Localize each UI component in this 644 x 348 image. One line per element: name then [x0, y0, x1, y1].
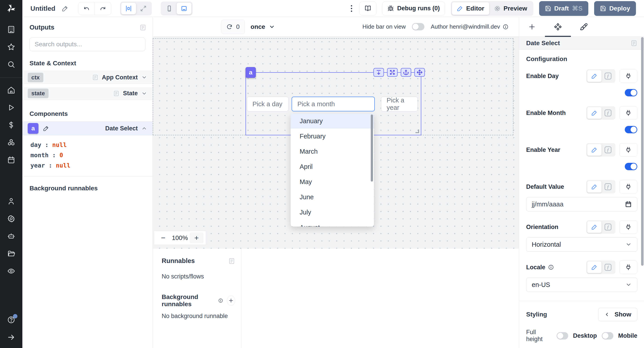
month-option[interactable]: June	[291, 190, 374, 205]
rename-pencil-icon[interactable]	[43, 125, 49, 132]
editor-tab[interactable]: Editor	[452, 2, 489, 15]
output-field-day[interactable]: day : null	[30, 140, 152, 150]
redo-button[interactable]	[95, 2, 111, 15]
expand-component-icon[interactable]	[387, 68, 398, 77]
month-option[interactable]: January	[291, 114, 374, 128]
month-option[interactable]: April	[291, 159, 374, 174]
fx-expression-icon[interactable]: ƒ	[602, 144, 614, 156]
preview-tab[interactable]: Preview	[489, 2, 532, 15]
variables-dollar-icon[interactable]	[6, 120, 16, 130]
anchor-icon[interactable]	[401, 68, 411, 77]
ctx-row[interactable]: ctx App Context	[22, 71, 152, 84]
month-option[interactable]: August	[291, 220, 374, 226]
chevron-down-icon[interactable]	[141, 90, 147, 96]
mobile-view-button[interactable]	[162, 3, 177, 14]
outputs-doc-icon[interactable]	[140, 24, 146, 31]
month-option[interactable]: July	[291, 205, 374, 220]
day-select-input[interactable]: Pick a day	[247, 96, 288, 112]
more-menu-icon[interactable]	[350, 4, 354, 13]
enable-day-toggle[interactable]	[625, 89, 637, 96]
month-option[interactable]: March	[291, 144, 374, 159]
resize-handle[interactable]	[416, 130, 419, 133]
enable-month-toggle[interactable]	[625, 126, 637, 133]
connect-plug-icon[interactable]	[620, 260, 637, 274]
fx-expression-icon[interactable]: ƒ	[602, 70, 614, 82]
app-canvas[interactable]: a Pick a day Pick a month Pick a year Ja…	[153, 37, 519, 249]
docs-book-button[interactable]	[359, 2, 376, 16]
center-layout-button[interactable]	[121, 3, 136, 14]
year-select-input[interactable]: Pick a year	[381, 96, 418, 112]
auto-height-icon[interactable]	[374, 68, 384, 77]
info-icon[interactable]	[548, 264, 554, 270]
favorites-star-icon[interactable]	[6, 42, 16, 52]
settings-gear-icon[interactable]	[6, 214, 16, 224]
component-a-row[interactable]: a Date Select	[22, 122, 152, 135]
help-icon[interactable]	[6, 315, 16, 325]
resources-boxes-icon[interactable]	[6, 138, 16, 148]
draft-button[interactable]: Draft ⌘S	[539, 1, 588, 16]
move-component-icon[interactable]	[414, 68, 425, 77]
folders-icon[interactable]	[6, 249, 16, 258]
calendar-icon[interactable]	[625, 201, 632, 208]
hide-bar-toggle[interactable]	[412, 23, 424, 30]
dropdown-scrollbar[interactable]	[371, 114, 373, 182]
users-icon[interactable]	[6, 196, 16, 206]
audit-eye-icon[interactable]	[6, 266, 16, 276]
connect-plug-icon[interactable]	[620, 106, 637, 120]
collapse-arrow-icon[interactable]	[6, 332, 16, 342]
schedules-calendar-icon[interactable]	[6, 155, 16, 165]
month-option[interactable]: May	[291, 174, 374, 190]
search-outputs-input[interactable]	[35, 41, 140, 48]
fx-expression-icon[interactable]: ƒ	[602, 262, 614, 273]
search-icon[interactable]	[6, 60, 16, 69]
zoom-in-button[interactable]: +	[190, 232, 204, 243]
deploy-button[interactable]: Deploy	[594, 1, 636, 16]
tab-component-settings[interactable]	[545, 17, 571, 36]
full-height-toggle[interactable]	[556, 332, 568, 340]
run-mode-select[interactable]: once	[251, 23, 275, 30]
static-pencil-icon[interactable]	[587, 107, 602, 119]
home-icon[interactable]	[6, 85, 16, 95]
fx-expression-icon[interactable]: ƒ	[602, 107, 614, 119]
info-icon[interactable]	[503, 24, 508, 30]
connect-plug-icon[interactable]	[620, 69, 637, 83]
undo-button[interactable]	[78, 2, 94, 15]
add-background-runnable-button[interactable]	[227, 296, 235, 306]
runs-play-icon[interactable]	[6, 103, 16, 112]
debug-runs-button[interactable]: Debug runs (0)	[382, 2, 445, 16]
runnables-doc-icon[interactable]	[228, 258, 235, 264]
styling-show-button[interactable]: Show	[598, 308, 637, 321]
fx-expression-icon[interactable]: ƒ	[602, 181, 614, 192]
info-icon[interactable]	[218, 298, 223, 304]
enable-year-toggle[interactable]	[625, 163, 637, 170]
output-field-year[interactable]: year : null	[30, 160, 152, 171]
static-pencil-icon[interactable]	[587, 262, 602, 273]
workers-robot-icon[interactable]	[6, 231, 16, 241]
fx-expression-icon[interactable]: ƒ	[602, 221, 614, 233]
desktop-view-button[interactable]	[177, 3, 192, 14]
windmill-logo-icon[interactable]	[0, 0, 22, 17]
refresh-count-button[interactable]: 0	[221, 20, 245, 34]
orientation-select[interactable]: Horizontal	[526, 237, 637, 252]
output-field-month[interactable]: month : 0	[30, 150, 152, 160]
default-value-date-input[interactable]: jj/mm/aaaa	[526, 197, 637, 211]
chevron-up-icon[interactable]	[141, 126, 147, 131]
outputs-search[interactable]	[30, 37, 145, 51]
connect-plug-icon[interactable]	[620, 143, 637, 156]
connect-plug-icon[interactable]	[620, 180, 637, 194]
expand-canvas-button[interactable]	[136, 3, 151, 14]
tab-theme-brush[interactable]	[571, 17, 597, 36]
workspace-icon[interactable]	[6, 24, 16, 34]
month-option[interactable]: February	[291, 128, 374, 144]
connect-plug-icon[interactable]	[620, 220, 637, 234]
desktop-toggle[interactable]	[602, 332, 613, 340]
chevron-down-icon[interactable]	[141, 74, 147, 80]
static-pencil-icon[interactable]	[587, 70, 602, 82]
tab-insert-component[interactable]	[519, 17, 545, 36]
static-pencil-icon[interactable]	[587, 144, 602, 156]
static-pencil-icon[interactable]	[587, 221, 602, 233]
component-selection-badge[interactable]: a	[246, 67, 256, 78]
settings-scrollbar[interactable]	[641, 37, 644, 266]
state-row[interactable]: state State	[22, 87, 152, 100]
edit-title-pencil-icon[interactable]	[62, 5, 68, 12]
